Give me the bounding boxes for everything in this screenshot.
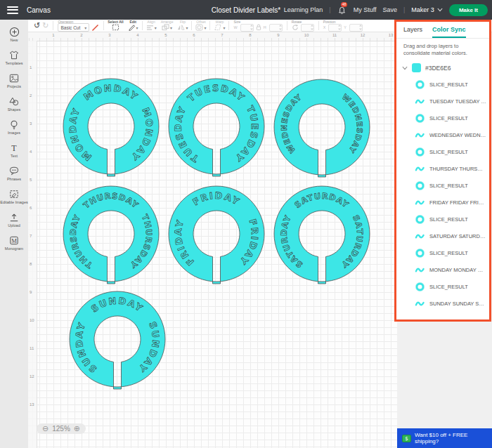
closet-divider-saturday[interactable]: SATURDAYSATURDAYSATURDAY bbox=[269, 181, 375, 286]
hruler-number: 8 bbox=[249, 33, 251, 37]
align-button[interactable]: Align ▾ bbox=[144, 20, 159, 32]
operation-color-swatch[interactable] bbox=[91, 24, 99, 32]
zoom-control: ⊖ 125% ⊕ bbox=[37, 423, 86, 434]
zoom-out-icon[interactable]: ⊖ bbox=[42, 425, 48, 433]
closet-divider-friday[interactable]: FRIDAYFRIDAYFRIDAY bbox=[164, 181, 269, 286]
color-group-header[interactable]: #3DE6E6 bbox=[396, 60, 489, 76]
learning-plan-link[interactable]: Learning Plan bbox=[284, 6, 323, 13]
sidebar-item-projects[interactable]: Projects bbox=[0, 70, 28, 93]
position-x-input[interactable] bbox=[328, 24, 342, 32]
hruler-number: 3 bbox=[108, 33, 110, 37]
closet-divider-wednesday[interactable]: WEDNESDAYWEDNESDAY bbox=[269, 74, 375, 180]
sidebar-item-phrases[interactable]: Phrases bbox=[0, 162, 28, 185]
warp-button[interactable]: Warp ▾ bbox=[212, 20, 227, 32]
flip-button[interactable]: Flip ▾ bbox=[175, 20, 190, 32]
arrange-button[interactable]: Arrange ▾ bbox=[159, 20, 176, 32]
layer-item[interactable]: WEDNESDAY WEDNESDAY bbox=[396, 126, 489, 143]
sidebar-item-images[interactable]: Images bbox=[0, 116, 28, 139]
closet-divider-sunday[interactable]: SUNDAYSUNDAYSUNDAY bbox=[65, 286, 170, 392]
canvas-grid: MONDAYMONDAYMONDAYTUESDAYTUESDAYTUESDAYW… bbox=[28, 41, 397, 448]
sidebar-item-upload[interactable]: Upload bbox=[0, 209, 28, 232]
sidebar-item-label: Projects bbox=[7, 84, 21, 88]
closet-divider-monday[interactable]: MONDAYMONDAYMONDAY bbox=[58, 74, 164, 179]
sidebar-item-monogram[interactable]: MMonogram bbox=[0, 232, 28, 255]
hruler-number: 7 bbox=[221, 33, 223, 37]
vruler-number: 5 bbox=[30, 178, 32, 182]
curved-text-icon bbox=[415, 197, 425, 207]
curved-text-icon bbox=[415, 231, 425, 241]
phrases-icon bbox=[9, 166, 19, 176]
vruler-number: 11 bbox=[30, 346, 34, 350]
closet-divider-tuesday[interactable]: TUESDAYTUESDAYTUESDAY bbox=[164, 74, 269, 179]
vruler-number: 9 bbox=[30, 290, 32, 294]
svg-text:$: $ bbox=[405, 436, 408, 442]
closet-divider-thursday[interactable]: THURSDAYTHURSDAYTHURSDAY bbox=[58, 181, 164, 286]
layer-item[interactable]: SATURDAY SATURDAY SATURDAY bbox=[396, 228, 489, 244]
layer-item[interactable]: SLICE_RESULT bbox=[396, 143, 489, 160]
sidebar-item-label: Shapes bbox=[8, 107, 21, 112]
color-hex-label: #3DE6E6 bbox=[425, 65, 451, 72]
make-it-button[interactable]: Make It bbox=[449, 4, 488, 16]
warp-icon bbox=[214, 24, 222, 31]
tab-color-sync[interactable]: Color Sync bbox=[432, 26, 466, 38]
edit-button[interactable]: Edit ▾ bbox=[126, 20, 141, 32]
operation-dropdown[interactable]: Basic Cut▾ bbox=[58, 23, 89, 32]
curved-text-icon bbox=[415, 96, 425, 106]
select-all-button[interactable]: Select All bbox=[105, 20, 125, 32]
curved-text-icon bbox=[415, 298, 425, 308]
hamburger-menu-icon[interactable] bbox=[7, 6, 18, 14]
layer-item[interactable]: SLICE_RESULT bbox=[396, 244, 489, 261]
layer-item[interactable]: SLICE_RESULT bbox=[396, 177, 489, 194]
curved-text-icon bbox=[415, 164, 425, 173]
promo-banner[interactable]: $ Want $10 off + FREE shipping? bbox=[397, 428, 492, 448]
panel-description: Drag and drop layers to consolidate mate… bbox=[396, 39, 489, 60]
my-stuff-link[interactable]: My Stuff bbox=[354, 6, 377, 13]
zoom-in-icon[interactable]: ⊕ bbox=[74, 425, 80, 433]
chevron-down-icon bbox=[402, 66, 408, 70]
sidebar-item-text[interactable]: TText bbox=[0, 139, 28, 162]
width-input[interactable] bbox=[240, 24, 254, 32]
layer-item-label: FRIDAY FRIDAY FRIDAY bbox=[429, 199, 486, 206]
project-title: Closet Divider Labels* bbox=[212, 6, 280, 14]
vruler-number: 8 bbox=[30, 262, 32, 266]
rotate-input[interactable] bbox=[301, 24, 314, 32]
height-input[interactable] bbox=[269, 24, 283, 32]
layer-item[interactable]: MONDAY MONDAY MONDAY bbox=[396, 261, 489, 278]
svg-text:M: M bbox=[11, 237, 17, 244]
color-swatch[interactable] bbox=[412, 63, 421, 72]
save-button[interactable]: Save bbox=[383, 6, 398, 13]
sidebar-item-shapes[interactable]: Shapes bbox=[0, 93, 28, 116]
tab-layers[interactable]: Layers bbox=[403, 26, 422, 38]
layer-item[interactable]: THURSDAY THURSDAY THURSDAY bbox=[396, 160, 489, 177]
redo-icon[interactable]: ↻ bbox=[42, 22, 48, 29]
hruler-number: 2 bbox=[80, 33, 82, 37]
svg-text:T: T bbox=[11, 144, 17, 152]
ring-icon bbox=[415, 282, 425, 291]
layer-item[interactable]: TUESDAY TUESDAY TUESDAY bbox=[396, 93, 489, 110]
position-y-input[interactable] bbox=[349, 24, 363, 32]
layer-item-label: MONDAY MONDAY MONDAY bbox=[429, 267, 486, 273]
height-label: H bbox=[264, 25, 266, 29]
lock-icon[interactable] bbox=[256, 24, 261, 31]
layer-item[interactable]: SLICE_RESULT bbox=[396, 110, 489, 126]
sidebar-item-new[interactable]: New bbox=[0, 23, 28, 46]
undo-icon[interactable]: ↺ bbox=[34, 22, 40, 29]
editable-images-icon bbox=[9, 189, 19, 199]
notifications-button[interactable]: 48 bbox=[337, 5, 347, 15]
machine-select[interactable]: Maker 3 bbox=[411, 6, 443, 13]
curved-text-icon bbox=[415, 265, 425, 275]
layer-item[interactable]: SUNDAY SUNDAY SUNDAY bbox=[396, 295, 489, 312]
layer-item[interactable]: FRIDAY FRIDAY FRIDAY bbox=[396, 194, 489, 211]
offset-button[interactable]: Offset ▾ bbox=[193, 20, 208, 32]
sidebar-item-templates[interactable]: Templates bbox=[0, 46, 28, 70]
horizontal-ruler: 12345678910111213 bbox=[28, 32, 397, 41]
layer-item[interactable]: SLICE_RESULT bbox=[396, 211, 489, 228]
layer-item[interactable]: SLICE_RESULT bbox=[396, 76, 489, 93]
sidebar-item-editable-images[interactable]: Editable Images bbox=[0, 185, 28, 209]
sidebar-item-label: Templates bbox=[5, 61, 22, 65]
hruler-number: 13 bbox=[389, 33, 394, 37]
vruler-number: 1 bbox=[30, 65, 32, 70]
vruler-number: 4 bbox=[30, 150, 32, 154]
hruler-number: 1 bbox=[52, 33, 54, 37]
layer-item[interactable]: SLICE_RESULT bbox=[396, 278, 489, 295]
